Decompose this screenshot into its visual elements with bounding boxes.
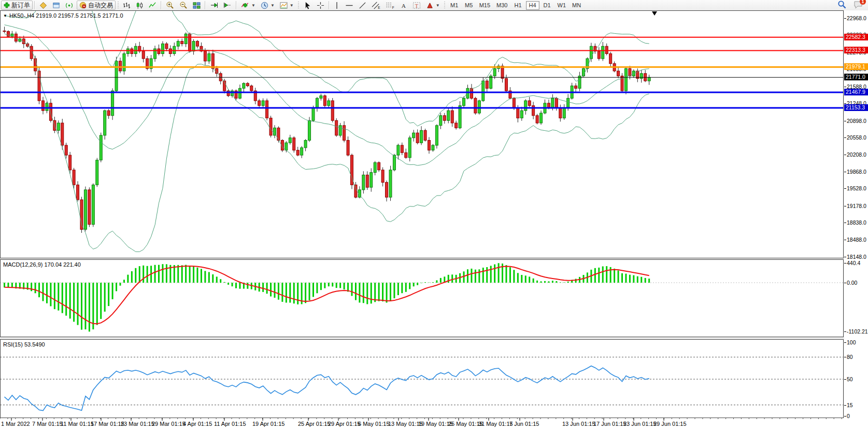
timeframe-h4-button[interactable]: H4 xyxy=(526,1,539,10)
symbol-period-text: HK50-,H4 xyxy=(9,12,34,19)
macd-tick-label: -1102.21 xyxy=(847,328,868,335)
horizontal-level-lines[interactable] xyxy=(0,37,844,108)
text-label-icon: T xyxy=(412,2,421,9)
price-tick-label: 20898.0 xyxy=(847,118,866,124)
level-price-badge: 21153.3 xyxy=(844,104,868,111)
toolbar: 新订单 自动交易 ▼ ▼ ▼ xyxy=(0,0,868,11)
toolbar-grip[interactable] xyxy=(117,2,119,9)
collapse-caret-icon[interactable]: ▼ xyxy=(3,13,7,18)
new-order-button[interactable]: 新订单 xyxy=(1,1,33,10)
timeframe-w1-button[interactable]: W1 xyxy=(555,1,569,10)
timeframe-m15-button[interactable]: M15 xyxy=(477,1,493,10)
chart-shift-marker-icon[interactable] xyxy=(652,11,657,16)
chevron-down-icon: ▼ xyxy=(271,3,275,8)
macd-indicator-label: MACD(12,26,9) 170.04 221.40 xyxy=(3,261,81,268)
templates-button[interactable]: ▼ xyxy=(277,0,296,10)
timeframe-m1-button[interactable]: M1 xyxy=(448,1,461,10)
text-tool[interactable]: A xyxy=(397,0,410,10)
arrow-cursor-icon xyxy=(304,2,311,9)
equidistant-channel-tool[interactable]: E xyxy=(369,0,383,10)
timeframe-m5-button[interactable]: M5 xyxy=(462,1,476,10)
rsi-tick-label: 100 xyxy=(847,339,856,345)
magnifier-plus-icon xyxy=(166,1,174,9)
autotrading-label: 自动交易 xyxy=(88,1,113,10)
zoom-in-icon[interactable] xyxy=(163,0,177,10)
level-price-badge: 22582.3 xyxy=(844,34,868,40)
rsi-line xyxy=(5,366,649,411)
candles-icon xyxy=(136,2,144,9)
autotrading-icon xyxy=(79,2,87,9)
tile-windows-icon[interactable] xyxy=(190,0,203,10)
separator xyxy=(329,1,330,9)
toolbar-grip[interactable] xyxy=(444,2,446,9)
time-tick-label: 19 May 01:15 xyxy=(418,421,453,427)
cursor-tool-icon[interactable] xyxy=(301,0,314,10)
rsi-panel[interactable] xyxy=(0,339,844,418)
price-tick-label: 18488.0 xyxy=(847,237,866,243)
time-tick-label: 1 Mar 2022 xyxy=(1,421,30,427)
rsi-tick-label: 15 xyxy=(847,402,853,408)
search-icon[interactable] xyxy=(837,0,846,10)
vertical-line-tool[interactable] xyxy=(331,0,343,10)
rsi-tick-label: 80 xyxy=(847,354,853,360)
svg-text:A: A xyxy=(401,2,406,8)
macd-histogram xyxy=(5,263,649,331)
macd-tick-label: 0.00 xyxy=(847,280,857,286)
candlestick-type-icon[interactable] xyxy=(133,0,146,10)
ohlc-bars-icon xyxy=(123,2,131,9)
timeframe-m30-button[interactable]: M30 xyxy=(494,1,510,10)
indicators-button[interactable]: ▼ xyxy=(238,0,258,10)
market-watch-icon[interactable] xyxy=(37,0,50,10)
time-tick-label: 29 Mar 01:15 xyxy=(152,421,186,427)
timeframe-h1-button[interactable]: H1 xyxy=(511,1,525,10)
bar-chart-type-icon[interactable] xyxy=(120,0,133,10)
channel-icon: E xyxy=(372,2,380,9)
separator xyxy=(236,1,237,9)
chart-symbol-label: ▼HK50-,H4 21919.0 21957.5 21751.5 21771.… xyxy=(3,12,123,19)
macd-panel[interactable] xyxy=(0,259,844,337)
trendline-tool[interactable] xyxy=(356,0,369,10)
price-axis[interactable]: 22968.022628.022278.021938.021588.021248… xyxy=(844,10,868,430)
auto-scroll-icon[interactable] xyxy=(207,0,221,10)
text-label-tool[interactable]: T xyxy=(410,0,423,10)
line-chart-type-icon[interactable] xyxy=(146,0,159,10)
time-tick-label: 7 Mar 01:15 xyxy=(32,421,63,427)
data-window-icon[interactable] xyxy=(50,0,63,10)
magnifier-icon xyxy=(837,0,846,9)
periods-button[interactable]: ▼ xyxy=(258,0,277,10)
separator xyxy=(161,1,162,9)
svg-text:T: T xyxy=(415,3,418,8)
price-tick-label: 22968.0 xyxy=(847,15,866,21)
fibonacci-tool[interactable]: F xyxy=(383,0,397,10)
level-price-badge: 21979.1 xyxy=(844,63,868,70)
price-tick-label: 19178.0 xyxy=(847,203,866,209)
autotrading-button[interactable]: 自动交易 xyxy=(77,1,116,10)
template-chart-icon xyxy=(280,2,288,9)
time-tick-label: 17 Jun 01:15 xyxy=(593,421,627,427)
toolbar-grip[interactable] xyxy=(297,2,300,9)
price-tick-label: 19528.0 xyxy=(847,185,866,191)
plus-icon xyxy=(4,2,10,8)
timeframe-mn-button[interactable]: MN xyxy=(570,1,584,10)
indicator-plus-icon xyxy=(241,2,249,9)
notifications-icon[interactable]: 1 xyxy=(853,1,863,10)
hline-icon xyxy=(345,2,353,9)
vline-icon xyxy=(334,2,340,9)
arrows-tool[interactable]: ▼ xyxy=(423,0,443,10)
timeframe-d1-button[interactable]: D1 xyxy=(540,1,554,10)
bollinger-bands xyxy=(5,10,649,252)
timeframe-toolbar: M1M5M15M30H1H4D1W1MN xyxy=(447,1,584,10)
svg-text:E: E xyxy=(378,6,380,9)
time-tick-label: 29 Apr 01:15 xyxy=(328,421,360,427)
zoom-out-icon[interactable] xyxy=(177,0,190,10)
horizontal-line-tool[interactable] xyxy=(343,0,356,10)
chart-shift-icon[interactable] xyxy=(221,0,234,10)
separator xyxy=(34,1,35,9)
signals-icon[interactable] xyxy=(63,0,76,10)
time-axis[interactable]: 1 Mar 20227 Mar 01:1511 Mar 01:1517 Mar … xyxy=(0,418,868,430)
chart-window[interactable]: 1 Mar 20227 Mar 01:1511 Mar 01:1517 Mar … xyxy=(0,10,868,430)
crosshair-tool-icon[interactable] xyxy=(314,0,327,10)
main-price-chart[interactable] xyxy=(0,10,844,258)
time-tick-label: 11 Apr 01:15 xyxy=(214,421,246,427)
magnifier-minus-icon xyxy=(179,1,188,9)
